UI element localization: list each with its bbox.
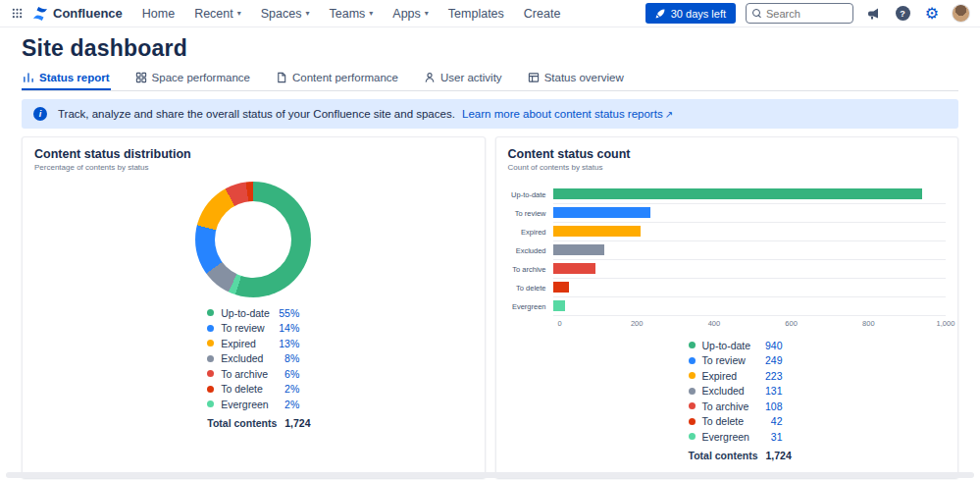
legend-item: Up-to-date940	[689, 338, 783, 353]
nav-item-home[interactable]: Home	[142, 7, 175, 21]
learn-more-link[interactable]: Learn more about content status reports	[462, 108, 663, 120]
legend-label: To delete	[221, 383, 277, 395]
content-status-count-card: Content status count Count of contents b…	[495, 136, 959, 478]
total-value: 1,724	[765, 450, 791, 461]
bar	[553, 244, 604, 255]
nav-item-apps[interactable]: Apps▾	[392, 7, 429, 21]
tab-content-performance[interactable]: Content performance	[275, 70, 399, 90]
nav-item-spaces[interactable]: Spaces▾	[261, 7, 310, 21]
nav-item-templates[interactable]: Templates	[448, 7, 504, 21]
chevron-down-icon: ▾	[425, 9, 429, 18]
grid-icon	[135, 72, 147, 83]
bar-track	[553, 260, 947, 279]
content-status-distribution-card: Content status distribution Percentage o…	[22, 136, 486, 478]
help-button[interactable]: ?	[893, 4, 912, 24]
info-banner: i Track, analyze and share the overall s…	[22, 99, 958, 129]
bar	[553, 188, 922, 199]
legend-label: To review	[702, 354, 757, 366]
nav-item-teams[interactable]: Teams▾	[329, 7, 373, 21]
legend-label: Expired	[221, 338, 271, 349]
legend-label: To delete	[702, 415, 763, 427]
legend-item: Expired223	[689, 368, 783, 384]
bar-row: Excluded	[508, 241, 947, 260]
legend-dot	[689, 433, 696, 440]
legend-item: Excluded131	[689, 384, 783, 400]
bar-chart-x-axis: 02004006008001,000	[560, 316, 947, 329]
axis-tick-label: 1,000	[937, 319, 955, 328]
legend-label: Evergreen	[702, 431, 763, 443]
bar	[553, 282, 570, 293]
axis-tick-label: 0	[557, 319, 561, 328]
legend-item: Excluded8%	[207, 351, 299, 367]
nav-item-recent[interactable]: Recent▾	[194, 7, 241, 21]
trial-days-button[interactable]: 30 days left	[645, 3, 736, 24]
bar-track	[553, 186, 947, 204]
bar	[553, 226, 641, 237]
axis-tick-label: 200	[631, 319, 644, 328]
announcements-button[interactable]	[863, 4, 883, 24]
app-switcher-icon[interactable]	[10, 6, 25, 21]
legend-label: Up-to-date	[221, 307, 271, 319]
legend-item: To review249	[689, 353, 783, 369]
legend-item: Evergreen2%	[207, 397, 299, 412]
question-icon: ?	[896, 6, 910, 21]
bar-track	[553, 223, 947, 241]
total-value: 1,724	[284, 417, 310, 429]
legend-dot	[207, 355, 214, 362]
banner-text: Track, analyze and share the overall sta…	[58, 108, 455, 120]
bar-row: Expired	[508, 223, 947, 241]
top-navigation: Confluence Home Recent▾ Spaces▾ Teams▾ A…	[0, 0, 980, 27]
legend-label: Up-to-date	[702, 340, 757, 351]
table-icon	[528, 72, 540, 83]
legend-value: 8%	[284, 352, 299, 364]
tab-status-overview[interactable]: Status overview	[527, 70, 625, 90]
card-title: Content status distribution	[34, 147, 473, 161]
dashboard-tabs: Status report Space performance Content …	[22, 70, 958, 91]
chevron-down-icon: ▾	[369, 9, 373, 18]
bar-row: To archive	[508, 260, 947, 279]
total-label: Total contents	[689, 450, 758, 461]
search-input[interactable]	[766, 8, 847, 20]
external-link-icon: ↗	[665, 109, 673, 120]
bar	[553, 207, 651, 218]
bar-category-label: To delete	[508, 279, 553, 297]
legend-item: Expired13%	[207, 336, 299, 351]
legend-dot	[689, 342, 696, 348]
main-content: Site dashboard Status report Space perfo…	[0, 35, 980, 478]
legend-item: To archive6%	[207, 366, 299, 382]
search-box[interactable]	[746, 3, 853, 24]
legend-dot	[689, 402, 696, 409]
tab-status-report[interactable]: Status report	[22, 70, 111, 90]
bar-category-label: Expired	[508, 223, 553, 241]
legend-value: 249	[765, 354, 783, 366]
confluence-home-link[interactable]: Confluence	[32, 6, 123, 22]
legend-item: To delete42	[689, 414, 783, 430]
tab-user-activity[interactable]: User activity	[423, 70, 503, 90]
bar-row: Up-to-date	[508, 186, 947, 204]
dashboard-cards: Content status distribution Percentage o…	[22, 136, 958, 478]
user-avatar[interactable]	[952, 4, 970, 23]
chevron-down-icon: ▾	[237, 9, 241, 18]
legend-item: Up-to-date55%	[207, 305, 299, 321]
search-icon	[752, 9, 761, 18]
legend-value: 2%	[284, 399, 299, 410]
legend-dot	[689, 372, 696, 379]
settings-button[interactable]: ⚙	[922, 4, 942, 24]
document-icon	[276, 72, 287, 83]
axis-tick-label: 600	[785, 319, 798, 328]
donut-chart-wrap	[195, 182, 311, 297]
chevron-down-icon: ▾	[305, 9, 309, 18]
legend-value: 6%	[284, 368, 299, 380]
nav-item-create[interactable]: Create	[524, 7, 561, 21]
bar-chart-icon	[23, 72, 34, 83]
tab-space-performance[interactable]: Space performance	[134, 70, 251, 90]
legend-label: To archive	[702, 400, 757, 412]
legend-dot	[207, 386, 214, 393]
legend-dot	[207, 340, 214, 347]
legend-value: 13%	[279, 338, 299, 349]
donut-hole	[215, 201, 291, 278]
horizontal-scrollbar[interactable]	[6, 472, 974, 478]
legend-dot	[207, 400, 214, 407]
rocket-icon	[655, 9, 665, 19]
bar-track	[553, 241, 947, 260]
